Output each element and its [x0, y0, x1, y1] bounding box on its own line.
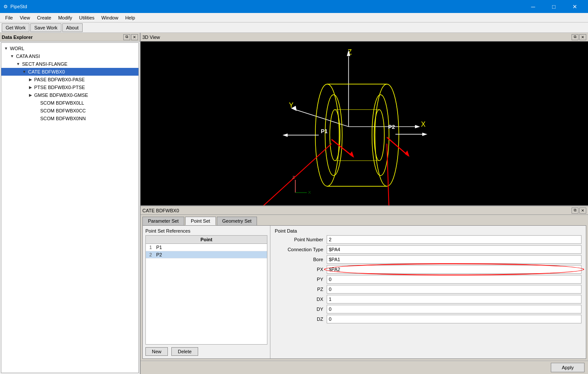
menu-window[interactable]: Window [98, 14, 122, 21]
tab-point-set[interactable]: Point Set [185, 217, 216, 225]
input-py[interactable] [327, 275, 582, 284]
save-work-button[interactable]: Save Work [30, 23, 61, 32]
label-bore: Bore [275, 257, 327, 262]
get-work-button[interactable]: Get Work [2, 23, 29, 32]
maximize-button[interactable]: □ [544, 0, 564, 13]
panel-restore-button[interactable]: ⧉ [123, 34, 130, 40]
tree-item-cate[interactable]: ▼ CATE BDFWBX0 [1, 68, 138, 76]
svg-point-9 [315, 84, 339, 186]
about-button[interactable]: About [62, 23, 83, 32]
label-px: PX [275, 267, 327, 272]
point-data-title: Point Data [275, 228, 582, 233]
svg-marker-30 [405, 150, 410, 157]
tree-toggle-sect[interactable]: ▼ [15, 61, 21, 67]
data-row-py: PY [275, 275, 582, 284]
input-dy[interactable] [327, 305, 582, 313]
tree-item-scom-nn[interactable]: SCOM BDFWBX0NN [1, 115, 138, 122]
tree-item-cata-ansi[interactable]: ▼ CATA ANSI [1, 52, 138, 60]
svg-marker-21 [283, 134, 288, 137]
tab-geometry-set[interactable]: Geometry Set [217, 217, 257, 225]
tree-item-sect[interactable]: ▼ SECT ANSI-FLANGE [1, 60, 138, 68]
menu-file[interactable]: File [2, 14, 16, 21]
view3d-close-button[interactable]: ✕ [579, 34, 586, 40]
tree-item-pase[interactable]: ▶ PASE BDFWBX0-PASE [1, 76, 138, 83]
input-connection-type[interactable] [327, 245, 582, 254]
data-row-bore: Bore [275, 255, 582, 264]
delete-point-button[interactable]: Delete [171, 347, 198, 356]
panel-close-button[interactable]: ✕ [131, 34, 138, 40]
point-set-refs: Point Set References Point 1 P1 2 P2 [143, 226, 270, 358]
tree-toggle-worl[interactable]: ▼ [3, 45, 9, 51]
menu-bar: File View Create Modify Utilities Window… [0, 13, 588, 22]
cate-close-button[interactable]: ✕ [579, 208, 586, 214]
label-py: PY [275, 277, 327, 282]
menu-view[interactable]: View [16, 14, 34, 21]
tree-label-worl: WORL [10, 46, 24, 51]
title-bar-controls: ─ □ ✕ [523, 0, 585, 13]
scene-svg: Z Y X [141, 42, 588, 205]
data-row-dz: DZ [275, 315, 582, 323]
point-row-num-1: 1 [149, 245, 156, 250]
tree-toggle-scom-ll [33, 100, 39, 106]
tab-parameter-set[interactable]: Parameter Set [142, 217, 184, 225]
svg-line-25 [186, 144, 331, 205]
cate-restore-button[interactable]: ⧉ [572, 208, 578, 214]
points-table-row-p1[interactable]: 1 P1 [146, 244, 267, 251]
tree-toggle-ptse[interactable]: ▶ [27, 84, 33, 90]
cate-panel-title: CATE BDFWBX0 [142, 208, 179, 213]
view3d-restore-button[interactable]: ⧉ [572, 34, 578, 40]
apply-button[interactable]: Apply [551, 363, 585, 372]
title-bar-left: ⚙ PipeStd [3, 4, 27, 10]
data-row-connection-type: Connection Type [275, 245, 582, 254]
close-button[interactable]: ✕ [565, 0, 585, 13]
label-point-number: Point Number [275, 237, 327, 242]
tree-label-ptse: PTSE BDFWBX0-PTSE [34, 85, 85, 90]
input-dx[interactable] [327, 295, 582, 304]
svg-point-12 [375, 84, 399, 186]
right-panel: 3D View ⧉ ✕ Z Y [141, 33, 588, 374]
input-point-number[interactable] [327, 235, 582, 244]
tree-label-cata-ansi: CATA ANSI [16, 54, 40, 59]
label-dy: DY [275, 307, 327, 312]
point-data-panel: Point Data Point Number Connection Type … [270, 226, 586, 358]
tree-item-ptse[interactable]: ▶ PTSE BDFWBX0-PTSE [1, 83, 138, 91]
point-set-refs-label: Point Set References [145, 228, 267, 233]
svg-text:P1: P1 [321, 128, 328, 134]
cate-panel-header: CATE BDFWBX0 ⧉ ✕ [141, 206, 588, 215]
tree-label-cate: CATE BDFWBX0 [28, 69, 65, 74]
cate-panel: CATE BDFWBX0 ⧉ ✕ Parameter Set Point Set… [141, 205, 588, 374]
new-point-button[interactable]: New [145, 347, 168, 356]
tree-item-worl[interactable]: ▼ WORL [1, 45, 138, 52]
svg-point-14 [374, 110, 385, 161]
menu-create[interactable]: Create [33, 14, 55, 21]
menu-help[interactable]: Help [122, 14, 138, 21]
svg-line-29 [387, 137, 408, 155]
data-explorer-header: Data Explorer ⧉ ✕ [0, 33, 140, 42]
view3d-viewport: Z Y X [141, 42, 588, 205]
minimize-button[interactable]: ─ [523, 0, 543, 13]
svg-marker-27 [350, 151, 354, 158]
tree-item-scom-cc[interactable]: SCOM BDFWBX0CC [1, 107, 138, 115]
svg-point-13 [372, 95, 389, 176]
tree-label-sect: SECT ANSI-FLANGE [22, 61, 67, 67]
menu-utilities[interactable]: Utilities [76, 14, 98, 21]
input-dz[interactable] [327, 315, 582, 323]
input-px[interactable] [327, 265, 582, 274]
tree-item-gmse[interactable]: ▶ GMSE BDFWBX0-GMSE [1, 91, 138, 99]
tree-container: ▼ WORL ▼ CATA ANSI ▼ SECT ANSI-FLANGE [1, 42, 139, 373]
points-table: Point 1 P1 2 P2 [145, 235, 267, 345]
tree-toggle-gmse[interactable]: ▶ [27, 92, 33, 98]
view3d-title: 3D View [142, 35, 160, 40]
point-btns: New Delete [145, 347, 267, 356]
input-bore[interactable] [327, 255, 582, 264]
tree-toggle-pase[interactable]: ▶ [27, 77, 33, 83]
points-table-row-p2[interactable]: 2 P2 [146, 251, 267, 259]
tree-toggle-cata-ansi[interactable]: ▼ [9, 53, 15, 59]
app-title: PipeStd [10, 4, 27, 9]
menu-modify[interactable]: Modify [55, 14, 75, 21]
input-pz[interactable] [327, 285, 582, 294]
tree-item-scom-ll[interactable]: SCOM BDFWBX0LL [1, 99, 138, 107]
tree-toggle-cate[interactable]: ▼ [21, 69, 27, 75]
view3d-header: 3D View ⧉ ✕ [141, 33, 588, 42]
tab-content-point-set: Point Set References Point 1 P1 2 P2 [142, 225, 586, 359]
